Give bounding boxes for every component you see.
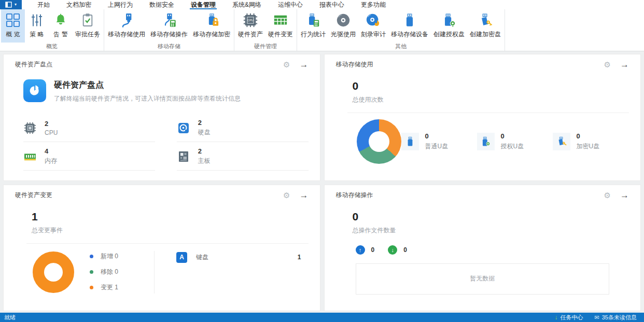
change-donut-chart [33, 251, 74, 293]
usage-donut-chart [357, 119, 401, 164]
usb-plain-icon [401, 133, 419, 150]
card-title: 硬件资产盘点 [15, 60, 52, 69]
tab-system-network[interactable]: 系统&网络 [224, 0, 270, 9]
ribbon-button-hardware-assets[interactable]: CPU 硬件资产 [235, 9, 265, 43]
ribbon-button-storage-operation[interactable]: 移动存储操作 [148, 9, 190, 43]
change-item-list: A 键盘 1 [176, 251, 301, 263]
dashboard-grid: 硬件资产盘点 ⚙ → 硬件资产盘点 了解终端当前硬件资产情况，可进入详情页面按品… [0, 51, 644, 313]
ribbon-toolbar: 概 览 策 略 [0, 9, 644, 51]
hardware-stats: 2 CPU 2 硬盘 [23, 114, 309, 171]
disc-burn-icon [366, 10, 381, 30]
app-window: ▾ 开始 文档加密 上网行为 数据安全 设备管理 系统&网络 运维中心 报表中心… [0, 0, 644, 322]
detail-arrow-icon[interactable]: → [300, 60, 309, 69]
download-icon: ↓ [555, 314, 558, 321]
sliders-icon [30, 10, 44, 30]
ribbon-group-label: 其他 [297, 43, 505, 51]
tab-device-management[interactable]: 设备管理 [183, 0, 224, 9]
legend-dot [90, 270, 93, 274]
legend-added: 新增 0 [90, 252, 146, 261]
settings-gear-icon[interactable]: ⚙ [283, 191, 290, 199]
vertical-divider [154, 251, 155, 293]
usb-encrypted-icon [553, 133, 570, 150]
motherboard-icon [177, 150, 190, 163]
ribbon-button-optical-usage[interactable]: 光驱使用 [328, 9, 358, 43]
pie-chart-app-icon [23, 79, 46, 102]
ribbon-button-storage-device[interactable]: 移动存储设备 [388, 9, 431, 43]
download-arrow-icon: ↓ [388, 245, 397, 255]
ribbon-button-policy[interactable]: 策 略 [25, 9, 49, 43]
cpu-chip-icon: CPU [243, 10, 258, 30]
stat-motherboard: 2 主板 [177, 144, 309, 171]
ribbon-button-burn-audit[interactable]: 刻录审计 [358, 9, 388, 43]
hardware-grid-icon [273, 10, 288, 30]
download-stat: ↓ 0 [388, 245, 407, 255]
change-legend: 新增 0 移除 0 变更 1 [90, 252, 146, 292]
legend-encrypted-usb: 0 加密U盘 [553, 132, 628, 151]
ribbon-button-approval-tasks[interactable]: 审批任务 [73, 9, 103, 43]
tab-doc-encryption[interactable]: 文档加密 [58, 0, 100, 9]
usb-stick-icon [402, 10, 417, 30]
cpu-icon [23, 121, 37, 135]
legend-normal-usb: 0 普通U盘 [401, 132, 477, 151]
tab-more-features[interactable]: 更多功能 [353, 0, 394, 9]
ribbon-button-behavior-stats[interactable]: 行为统计 [298, 9, 328, 43]
usb-badge-icon [441, 10, 457, 30]
upload-arrow-icon: ↑ [356, 245, 365, 255]
disc-icon [335, 10, 351, 30]
ribbon-button-overview[interactable]: 概 览 [1, 9, 25, 43]
legend-changed: 变更 1 [90, 283, 146, 292]
memory-icon [23, 150, 37, 163]
card-title: 移动存储操作 [336, 191, 373, 200]
legend-authorized-usb: 0 授权U盘 [477, 132, 553, 151]
card-mobile-storage-usage: 移动存储使用 ⚙ → 0 总使用次数 [324, 54, 641, 181]
detail-arrow-icon[interactable]: → [620, 191, 629, 200]
card-title: 硬件资产变更 [15, 191, 52, 200]
tab-internet-behavior[interactable]: 上网行为 [100, 0, 141, 9]
settings-gear-icon[interactable]: ⚙ [283, 61, 290, 68]
usb-key-icon [478, 10, 493, 30]
envelope-icon: ✉ [595, 314, 599, 321]
tab-start[interactable]: 开始 [29, 0, 58, 9]
card-hardware-change: 硬件资产变更 ⚙ → 1 总变更事件 新增 0 移除 0 [3, 185, 320, 312]
card-mobile-storage-operation: 移动存储操作 ⚙ → 0 总操作文件数量 ↑ 0 ↓ 0 暂无数据 [324, 185, 641, 312]
ribbon-group-mobile-storage: 移动存储使用 移动存储操作 [104, 9, 234, 51]
task-center-button[interactable]: ↓ 任务中心 [555, 314, 583, 321]
tab-data-security[interactable]: 数据安全 [141, 0, 183, 9]
grid-icon [6, 10, 20, 30]
ribbon-button-hardware-change[interactable]: 硬件变更 [265, 9, 296, 43]
stat-memory: 4 内存 [23, 144, 155, 171]
menu-bar: ▾ 开始 文档加密 上网行为 数据安全 设备管理 系统&网络 运维中心 报表中心… [0, 0, 644, 9]
status-bar: 就绪 ↓ 任务中心 ✉ 35条未读信息 [0, 313, 644, 322]
ribbon-button-create-encrypted-disk[interactable]: 创建加密盘 [467, 9, 503, 43]
settings-gear-icon[interactable]: ⚙ [604, 61, 611, 68]
upload-download-stats: ↑ 0 ↓ 0 [356, 245, 629, 255]
ribbon-button-create-authorized-disk[interactable]: 创建授权盘 [431, 9, 467, 43]
usb-stats-icon [305, 10, 321, 30]
upload-stat: ↑ 0 [356, 245, 375, 255]
chevron-down-icon: ▾ [15, 3, 17, 7]
ribbon-button-alert[interactable]: 告 警 [49, 9, 73, 43]
ribbon-button-storage-encryption[interactable]: 移动存储加密 [190, 9, 233, 43]
bell-icon [53, 10, 68, 30]
hard-disk-icon [177, 121, 190, 135]
legend-dot [90, 286, 93, 289]
stat-cpu: 2 CPU [23, 115, 155, 142]
card-title: 移动存储使用 [336, 60, 373, 69]
detail-arrow-icon[interactable]: → [300, 191, 309, 200]
unread-messages-button[interactable]: ✉ 35条未读信息 [595, 314, 637, 321]
tab-report-center[interactable]: 报表中心 [311, 0, 353, 9]
ribbon-group-label: 硬件管理 [234, 43, 297, 51]
app-menu-button[interactable]: ▾ [0, 0, 22, 9]
ribbon-group-hardware: CPU 硬件资产 硬件 [234, 9, 297, 51]
settings-gear-icon[interactable]: ⚙ [604, 191, 611, 199]
total-operation-count: 0 [353, 211, 629, 223]
ribbon-button-storage-usage[interactable]: 移动存储使用 [105, 9, 148, 43]
legend-removed: 移除 0 [90, 268, 146, 276]
status-ready: 就绪 [4, 314, 16, 321]
detail-arrow-icon[interactable]: → [620, 60, 629, 69]
hero-title: 硬件资产盘点 [54, 80, 241, 91]
usb-calculator-icon [161, 10, 177, 30]
svg-text:CPU: CPU [247, 19, 254, 22]
ribbon-group-overview: 概 览 策 略 [0, 9, 104, 51]
tab-ops-center[interactable]: 运维中心 [270, 0, 311, 9]
